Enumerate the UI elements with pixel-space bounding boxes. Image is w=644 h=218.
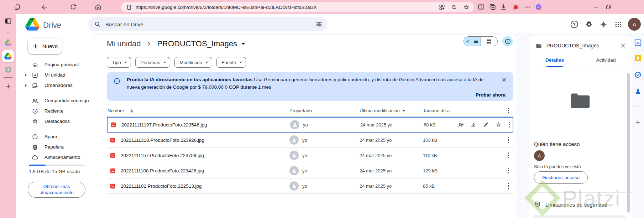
sort-arrow-down-icon xyxy=(129,108,135,114)
download-icon[interactable] xyxy=(470,121,477,128)
breadcrumb-parent[interactable]: Mi unidad xyxy=(107,39,141,48)
banner-close-icon[interactable] xyxy=(501,76,508,83)
details-info-button[interactable] xyxy=(502,36,513,47)
manage-access-button[interactable]: Gestionar acceso xyxy=(534,171,588,184)
filter-source[interactable]: Fuente xyxy=(216,57,246,68)
tab-details[interactable]: Detalles xyxy=(529,53,580,67)
expand-caret-icon[interactable] xyxy=(25,84,27,87)
tab-actions-icon[interactable] xyxy=(13,3,21,11)
new-tab-plus-icon[interactable] xyxy=(5,83,12,90)
row-more-icon[interactable] xyxy=(507,182,511,190)
security-section[interactable]: Limitaciones de seguridad xyxy=(534,201,607,208)
search-icon[interactable] xyxy=(94,21,101,28)
drive-active-tab[interactable] xyxy=(2,50,14,62)
favorite-star-icon[interactable] xyxy=(462,3,470,11)
split-screen-icon[interactable] xyxy=(477,3,485,11)
url-text[interactable]: https://drive.google.com/drive/u/2/folde… xyxy=(136,5,434,10)
rename-pencil-icon[interactable] xyxy=(482,121,489,128)
breadcrumb-current[interactable]: PRODUCTOS_Images xyxy=(157,39,237,48)
sidebar-item-storage[interactable]: Almacenamiento xyxy=(16,152,92,162)
app-title: Drive xyxy=(43,21,61,30)
tab-activity[interactable]: Actividad xyxy=(580,53,632,67)
browser-more-icon[interactable] xyxy=(523,3,532,11)
access-note: Solo tú puedes ver esto xyxy=(534,164,581,169)
column-header-modified[interactable]: Última modificación xyxy=(360,108,423,113)
check-icon xyxy=(466,38,471,44)
sidebar-item-home[interactable]: Página principal xyxy=(16,59,92,70)
column-header-owner[interactable]: Propietario xyxy=(289,108,360,113)
filter-modified[interactable]: Modificado xyxy=(174,57,212,68)
zoom-out-icon[interactable] xyxy=(450,3,458,11)
search-input[interactable] xyxy=(105,21,315,27)
sidebar-item-spam[interactable]: Spam xyxy=(16,131,92,142)
window-minimize-button[interactable] xyxy=(592,3,600,11)
share-icon[interactable] xyxy=(457,121,465,128)
caret-down-icon xyxy=(163,62,166,63)
search-bar[interactable] xyxy=(88,17,328,31)
list-view-button[interactable] xyxy=(464,37,481,46)
table-row[interactable]: 202211111197.ProductoFoto.223546.jpg yo … xyxy=(107,117,513,133)
grid-view-button[interactable] xyxy=(481,37,498,46)
owner-avatar xyxy=(289,135,299,145)
account-avatar[interactable]: A xyxy=(628,18,641,31)
sidebar-item-trash[interactable]: Papelera xyxy=(16,142,92,152)
banner-cta-button[interactable]: Probar ahora xyxy=(476,92,506,98)
drive-logo[interactable] xyxy=(25,18,40,31)
row-more-icon[interactable] xyxy=(507,120,511,129)
search-options-icon[interactable] xyxy=(315,21,323,28)
home-button[interactable] xyxy=(94,3,102,11)
apps-grid-icon[interactable] xyxy=(613,20,623,29)
site-info-icon[interactable] xyxy=(126,4,132,10)
get-more-storage-button[interactable]: Obtener más almacenamiento xyxy=(28,182,85,198)
gemini-spark-icon[interactable] xyxy=(599,20,608,29)
table-row[interactable]: 2022111102.ProductoFoto.222513.jpg yo 24… xyxy=(107,178,513,194)
folder-thumbnail-icon xyxy=(566,88,595,113)
table-row[interactable]: 20221111157.ProductoFoto.223706.jpg yo 2… xyxy=(107,148,513,163)
keep-icon[interactable] xyxy=(634,54,642,62)
help-icon[interactable]: ? xyxy=(570,20,579,29)
window-restore-button[interactable] xyxy=(604,3,613,11)
column-options-icon[interactable] xyxy=(507,107,511,115)
drive-inactive-tab-icon[interactable] xyxy=(5,40,11,46)
column-header-name[interactable]: Nombre xyxy=(107,108,289,114)
folder-menu-caret-icon[interactable] xyxy=(241,43,245,45)
tasks-icon[interactable] xyxy=(634,71,642,79)
settings-gear-icon[interactable] xyxy=(584,20,593,29)
sidebar-item-computers[interactable]: Ordenadores xyxy=(16,80,92,90)
new-button[interactable]: Nuevo xyxy=(28,38,62,54)
panel-scrollbar[interactable] xyxy=(627,73,630,213)
filter-people[interactable]: Personas xyxy=(135,57,170,68)
screenshot-root: { "browser": { "url": "https://drive.goo… xyxy=(0,0,644,218)
sidebar-panel-icon[interactable] xyxy=(4,17,12,25)
sidebar-item-starred[interactable]: Destacados xyxy=(16,116,92,126)
calendar-icon[interactable]: 31 xyxy=(634,39,642,47)
table-row[interactable]: 20221111108.ProductoFoto.223426.jpg yo 2… xyxy=(107,163,513,178)
address-bar[interactable]: https://drive.google.com/drive/u/2/folde… xyxy=(121,2,474,12)
access-avatar: A xyxy=(534,150,545,161)
table-row[interactable]: 20221111318.ProductoFoto.223926.jpg yo 2… xyxy=(107,133,513,148)
tab-grid-add-icon[interactable] xyxy=(438,3,446,11)
row-more-icon[interactable] xyxy=(507,166,511,175)
owner-avatar xyxy=(290,120,299,129)
copilot-icon[interactable] xyxy=(534,3,543,11)
star-icon[interactable] xyxy=(495,121,502,128)
row-more-icon[interactable] xyxy=(507,136,511,144)
collections-icon[interactable] xyxy=(488,3,497,11)
back-button[interactable] xyxy=(40,3,49,11)
row-more-icon[interactable] xyxy=(507,151,511,160)
expand-caret-icon[interactable] xyxy=(25,74,27,77)
sidebar-item-shared[interactable]: Compartido conmigo xyxy=(16,95,92,106)
filter-type[interactable]: Tipo xyxy=(107,57,131,68)
downloads-icon[interactable] xyxy=(499,3,508,11)
contacts-icon[interactable] xyxy=(634,88,642,95)
reload-button[interactable] xyxy=(69,3,77,11)
extension-starburst-icon[interactable] xyxy=(512,3,520,11)
column-header-size[interactable]: Tamaño de a xyxy=(423,108,455,113)
sidebar-item-my-drive[interactable]: Mi unidad xyxy=(16,70,92,80)
pinned-app-icon[interactable] xyxy=(5,30,11,36)
sheets-tab-icon[interactable] xyxy=(4,66,12,73)
close-icon[interactable] xyxy=(619,41,627,50)
sidebar-item-recent[interactable]: Reciente xyxy=(16,106,92,116)
add-panel-plus-icon[interactable] xyxy=(634,119,642,126)
caret-down-icon xyxy=(205,62,208,63)
